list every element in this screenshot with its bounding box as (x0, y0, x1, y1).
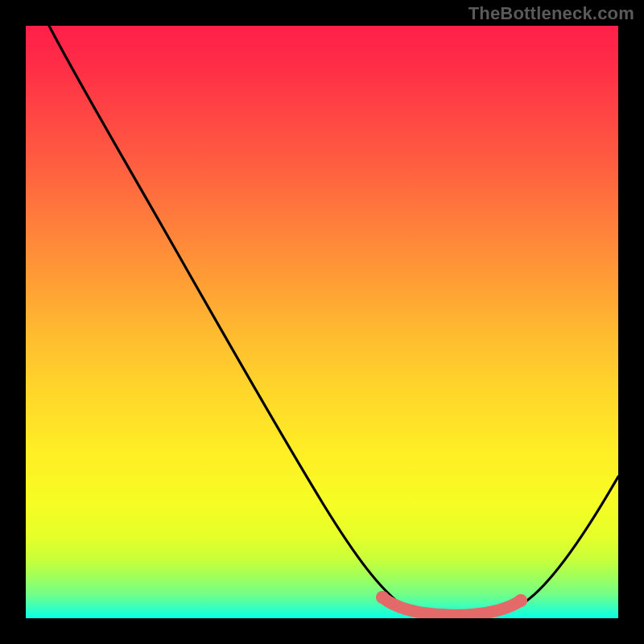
pink-band (382, 597, 521, 615)
black-curve (49, 26, 618, 617)
pink-endpoint-left (376, 591, 389, 604)
pink-endpoint-right (514, 594, 527, 607)
chart-frame: TheBottleneck.com (0, 0, 644, 644)
plot-gradient-area (26, 26, 618, 618)
watermark-text: TheBottleneck.com (469, 3, 634, 24)
curve-overlay (26, 26, 618, 618)
